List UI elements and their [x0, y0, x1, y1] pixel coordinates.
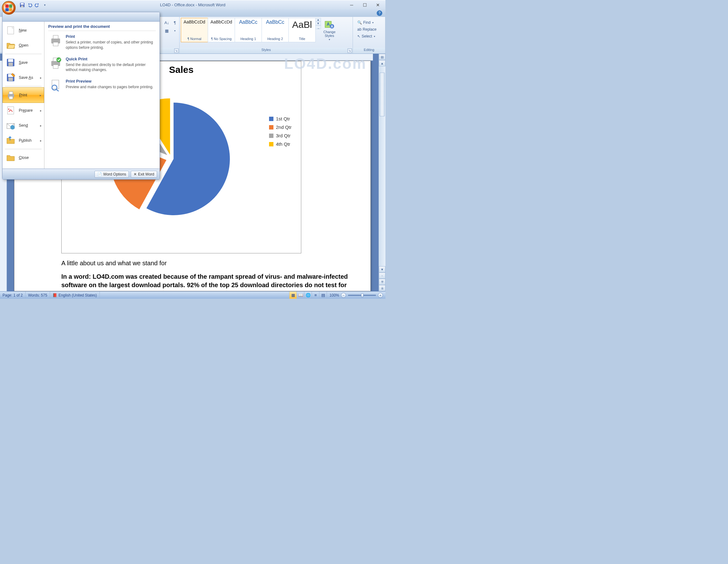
- help-icon[interactable]: ?: [377, 10, 382, 16]
- chevron-right-icon: ▸: [40, 139, 42, 142]
- border-icon[interactable]: ▦: [163, 27, 170, 34]
- svg-rect-22: [53, 35, 58, 39]
- view-outline-icon[interactable]: ≡: [312, 292, 319, 299]
- chevron-right-icon: ▸: [40, 109, 42, 112]
- office-button[interactable]: [2, 1, 16, 15]
- view-web-layout-icon[interactable]: 🌐: [304, 292, 312, 299]
- styles-dialog-launcher[interactable]: ↘: [348, 48, 352, 53]
- paragraph-dialog-launcher[interactable]: ↘: [174, 48, 179, 53]
- undo-icon[interactable]: [26, 2, 33, 8]
- scroll-down-button[interactable]: ▼: [379, 266, 385, 272]
- sort-icon[interactable]: A↓: [163, 19, 170, 26]
- prev-page-button[interactable]: ⇈: [379, 279, 385, 285]
- view-draft-icon[interactable]: ▤: [319, 292, 327, 299]
- legend-label: 4th Qtr: [276, 141, 290, 147]
- find-button[interactable]: 🔍Find▾: [357, 20, 377, 25]
- office-menu-close[interactable]: Close: [3, 150, 44, 165]
- ruler-toggle-icon[interactable]: ▤: [379, 54, 385, 60]
- print-submenu-print[interactable]: PrintSelect a printer, number of copies,…: [48, 31, 156, 53]
- close-button[interactable]: ✕: [374, 2, 382, 8]
- chart-title: Sales: [169, 64, 193, 75]
- find-icon: 🔍: [357, 20, 362, 25]
- svg-rect-9: [8, 59, 13, 62]
- new-icon: [6, 25, 16, 35]
- replace-button[interactable]: abReplace: [357, 27, 377, 32]
- svg-text:A: A: [331, 25, 333, 28]
- next-page-button[interactable]: ⇊: [379, 285, 385, 291]
- office-menu-item-label: Print: [19, 93, 27, 97]
- office-menu-publish[interactable]: Publish▸: [3, 133, 44, 148]
- office-menu-item-label: Publish: [19, 138, 32, 143]
- print-submenu-print-preview[interactable]: Print PreviewPreview and make changes to…: [48, 76, 156, 94]
- zoom-out-button[interactable]: −: [341, 293, 346, 298]
- style-item-heading-1[interactable]: AaBbCcHeading 1: [235, 18, 262, 42]
- style-name: Heading 1: [240, 37, 256, 41]
- chevron-right-icon: ▸: [40, 124, 42, 127]
- style-item---normal[interactable]: AaBbCcDd¶ Normal: [181, 18, 208, 42]
- office-menu-prepare[interactable]: Prepare▸: [3, 103, 44, 118]
- minimize-button[interactable]: ─: [348, 2, 355, 8]
- styles-scroll-down[interactable]: ▼: [315, 22, 321, 25]
- scrollbar-vertical: ▤ ▲ ▼ ◦ ⇈ ⇊: [379, 54, 385, 291]
- svg-rect-1: [21, 3, 24, 5]
- office-menu-send[interactable]: Send▸: [3, 118, 44, 133]
- legend-swatch: [269, 134, 273, 138]
- svg-text:A: A: [327, 22, 330, 27]
- save-icon: [6, 58, 16, 68]
- legend-item: 4th Qtr: [269, 141, 292, 147]
- style-item-heading-2[interactable]: AaBbCcHeading 2: [262, 18, 289, 42]
- status-page[interactable]: Page: 1 of 2: [0, 292, 26, 299]
- office-menu-new[interactable]: New: [3, 23, 44, 38]
- word-options-button[interactable]: 📄Word Options: [94, 171, 129, 178]
- redo-icon[interactable]: [34, 2, 41, 8]
- zoom-in-button[interactable]: +: [378, 293, 383, 298]
- print-option-desc: Send the document directly to the defaul…: [66, 62, 155, 73]
- window-title: LO4D - Office.docx - Microsoft Word: [160, 3, 225, 7]
- maximize-button[interactable]: ☐: [361, 2, 369, 8]
- style-preview: AaBbCc: [239, 19, 257, 25]
- style-item-title[interactable]: AaBlTitle: [288, 18, 316, 42]
- print-submenu-quick-print[interactable]: Quick PrintSend the document directly to…: [48, 53, 156, 76]
- open-icon: [6, 40, 16, 50]
- office-menu-left-column: NewOpenSaveSave As▸Print▸Prepare▸Send▸Pu…: [3, 22, 44, 169]
- office-menu-item-label: Save As: [19, 75, 33, 80]
- print-option-icon: [49, 57, 62, 69]
- doc-heading: A little about us and what we stand for: [61, 260, 349, 267]
- change-styles-button[interactable]: AA Change Styles ▾: [321, 18, 338, 42]
- view-full-screen-icon[interactable]: 📖: [297, 292, 304, 299]
- svg-rect-13: [8, 78, 13, 81]
- styles-scroll-up[interactable]: ▲: [315, 18, 321, 22]
- svg-point-27: [57, 58, 61, 62]
- style-item---no-spacing[interactable]: AaBbCcDd¶ No Spacing: [208, 18, 235, 42]
- print-option-title: Print: [66, 34, 155, 39]
- doc-paragraph: In a word: LO4D.com was created because …: [61, 272, 349, 291]
- qat-customize-icon[interactable]: ▾: [41, 2, 48, 8]
- zoom-slider[interactable]: [348, 295, 376, 296]
- legend-label: 3rd Qtr: [276, 133, 291, 138]
- show-hide-icon[interactable]: ¶: [171, 19, 178, 26]
- styles-more-icon[interactable]: ⎯: [315, 25, 321, 29]
- change-styles-icon: AA: [324, 19, 334, 29]
- zoom-slider-thumb[interactable]: [361, 293, 364, 297]
- office-menu-save[interactable]: Save: [3, 55, 44, 70]
- scrollbar-track[interactable]: [379, 66, 385, 266]
- browse-object-icon[interactable]: ◦: [379, 272, 385, 279]
- status-bar: Page: 1 of 2 Words: 575 📕English (United…: [0, 291, 385, 299]
- legend-swatch: [269, 117, 273, 121]
- legend-label: 2nd Qtr: [276, 124, 292, 130]
- scroll-up-button[interactable]: ▲: [379, 60, 385, 66]
- save-icon[interactable]: [19, 2, 26, 8]
- office-menu-print[interactable]: Print▸: [3, 87, 44, 103]
- dropdown-icon[interactable]: ▾: [171, 27, 178, 34]
- svg-line-30: [56, 89, 59, 91]
- status-language[interactable]: 📕English (United States): [50, 292, 100, 299]
- scrollbar-thumb[interactable]: [379, 73, 385, 116]
- style-name: Heading 2: [267, 37, 283, 41]
- status-words[interactable]: Words: 575: [26, 292, 50, 299]
- select-button[interactable]: ↖Select▾: [357, 33, 377, 39]
- zoom-level[interactable]: 100%: [329, 293, 339, 297]
- office-menu-open[interactable]: Open: [3, 38, 44, 53]
- office-menu-saveas[interactable]: Save As▸: [3, 70, 44, 85]
- exit-word-button[interactable]: ✕Exit Word: [131, 171, 157, 178]
- view-print-layout-icon[interactable]: ▦: [289, 292, 297, 299]
